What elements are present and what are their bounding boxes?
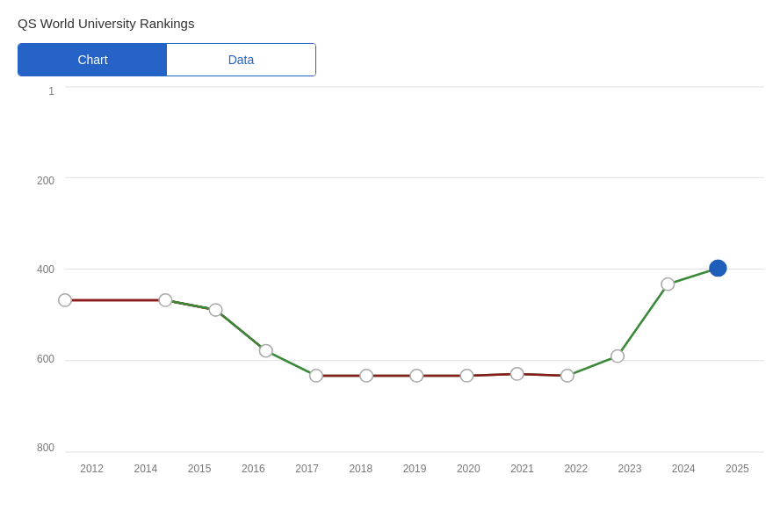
point-2024	[661, 278, 675, 291]
y-label-800: 800	[26, 442, 60, 454]
point-2012	[59, 294, 72, 306]
point-2020	[460, 370, 473, 382]
x-label-2017: 2017	[280, 463, 334, 475]
y-axis: 1 200 400 600 800	[26, 85, 60, 454]
y-label-1: 1	[26, 85, 60, 97]
point-2015	[209, 304, 222, 316]
x-label-2015: 2015	[172, 463, 226, 475]
x-label-2020: 2020	[442, 463, 495, 475]
point-2025	[710, 260, 726, 276]
x-axis: 2012 2014 2015 2016 2017 2018 2019 2020 …	[65, 457, 764, 489]
point-2019	[410, 370, 423, 382]
tab-bar: Chart Data	[18, 43, 316, 76]
y-label-400: 400	[26, 263, 60, 276]
tab-data[interactable]: Data	[167, 44, 315, 75]
point-2023	[611, 350, 625, 363]
point-2016	[259, 345, 272, 357]
point-2022	[561, 370, 574, 382]
page-title: QS World University Rankings	[18, 16, 755, 31]
chart-area: 1 200 400 600 800	[26, 85, 764, 489]
x-label-2016: 2016	[227, 463, 280, 475]
point-2014	[159, 294, 172, 306]
x-label-2022: 2022	[549, 463, 603, 475]
point-2018	[360, 370, 373, 382]
x-label-2018: 2018	[334, 463, 387, 475]
x-label-2019: 2019	[387, 463, 441, 475]
page-container: QS World University Rankings Chart Data …	[0, 0, 773, 498]
x-label-2024: 2024	[657, 463, 711, 475]
x-label-2025: 2025	[711, 463, 764, 475]
tab-chart[interactable]: Chart	[18, 44, 167, 75]
y-label-600: 600	[26, 353, 60, 365]
point-2021	[510, 368, 524, 380]
x-label-2012: 2012	[65, 463, 119, 475]
x-label-2023: 2023	[603, 463, 656, 475]
x-label-2014: 2014	[119, 463, 172, 475]
chart-plot	[65, 85, 764, 454]
x-label-2021: 2021	[495, 463, 549, 475]
y-label-200: 200	[26, 175, 60, 187]
point-2017	[310, 370, 323, 382]
